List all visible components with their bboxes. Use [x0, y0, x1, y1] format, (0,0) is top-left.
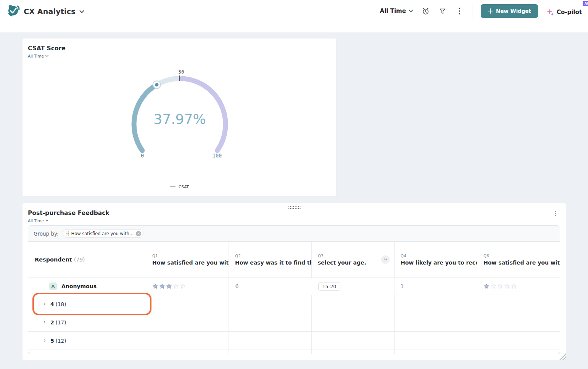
app-switcher-chevron-icon[interactable] [79, 10, 84, 13]
cell-q2-value: 6 [229, 278, 311, 295]
age-range-chip: 15-20 [318, 282, 340, 291]
group-by-chip-label: How satisfied are you with… [71, 231, 134, 236]
star-icon [511, 283, 517, 289]
star-icon [497, 283, 503, 289]
group-by-bar: Group by: How satisfied are you with… ✕ [28, 226, 560, 242]
star-icon [490, 283, 496, 289]
cell-q3-value: 15-20 [312, 278, 395, 295]
star-icon [483, 283, 490, 289]
cell-q4-value: 1 [395, 278, 477, 295]
expand-chevron-icon[interactable]: › [43, 319, 46, 325]
column-menu-button[interactable] [381, 255, 390, 264]
column-header-q6[interactable]: Q6. How satisfied are you with the… [477, 242, 560, 278]
feedback-table-panel: Group by: How satisfied are you with… ✕ … [28, 225, 560, 354]
star-icon [152, 283, 158, 289]
respondent-name: Anonymous [61, 283, 97, 289]
new-widget-button[interactable]: New Widget [481, 4, 538, 18]
avatar: A [49, 282, 57, 290]
cell-q6-rating [477, 278, 560, 295]
table-header-row: Respondent (79) Q1. How satisfied are yo… [28, 242, 560, 278]
star-icon [180, 283, 186, 289]
csat-gauge-chart: 50 37.97% 0 100 [86, 65, 273, 162]
csat-score-widget: CSAT Score All Time 50 37.97% 0 100 CSAT [22, 38, 337, 197]
star-icon [173, 283, 179, 289]
star-icon [166, 283, 172, 289]
star-rating [483, 283, 517, 289]
brand[interactable]: CX Analytics [6, 4, 84, 19]
global-time-filter[interactable]: All Time [380, 8, 413, 14]
app-logo-icon [6, 4, 20, 19]
feedback-widget-time-filter[interactable]: All Time [28, 218, 48, 223]
legend-label: CSAT [179, 184, 189, 189]
feedback-widget-title: Post-purchase Feedback [28, 210, 110, 217]
csat-widget-title: CSAT Score [28, 45, 66, 52]
respondent-count: (79) [74, 257, 85, 263]
toolbar-divider [472, 4, 472, 18]
column-header-q4[interactable]: Q4. How likely are you to recomm… [394, 242, 477, 278]
gauge-threshold-label: 50 [178, 69, 184, 75]
csat-widget-time-filter[interactable]: All Time [28, 54, 48, 58]
gauge-value-label: 37.97% [153, 111, 206, 127]
widget-drag-handle[interactable] [288, 206, 301, 209]
gauge-legend[interactable]: CSAT [23, 184, 336, 189]
table-row-partial [28, 350, 560, 354]
drag-dots-icon [66, 231, 69, 236]
feedback-time-label: All Time [28, 218, 44, 223]
column-header-q1[interactable]: Q1. How satisfied are you with the… [146, 242, 229, 278]
gauge-min-label: 0 [141, 152, 144, 159]
csat-time-label: All Time [28, 54, 44, 58]
column-header-q3[interactable]: Q3. select your age. [311, 242, 394, 278]
star-icon [159, 283, 165, 289]
group-by-label: Group by: [34, 231, 59, 237]
scrolled-widget-edge [0, 22, 588, 32]
table-row-anonymous[interactable]: A Anonymous 6 15-20 [28, 278, 560, 295]
widget-resize-handle[interactable] [559, 353, 566, 360]
top-navigation-bar: CX Analytics All Time [0, 0, 588, 22]
plus-icon [488, 8, 493, 14]
group-by-chip[interactable]: How satisfied are you with… ✕ [63, 229, 144, 238]
table-row-group-5[interactable]: › 5(12) [28, 332, 560, 350]
global-time-filter-label: All Time [380, 8, 406, 14]
respondent-column-header[interactable]: Respondent (79) [28, 242, 146, 278]
cell-q1-rating [146, 278, 229, 295]
table-row-group-2[interactable]: › 2(17) [28, 313, 560, 332]
alarm-icon[interactable] [422, 7, 430, 15]
app-title: CX Analytics [24, 7, 76, 16]
star-rating [152, 283, 186, 289]
sparkle-icon [546, 8, 554, 16]
new-widget-label: New Widget [496, 8, 531, 14]
expand-chevron-icon[interactable]: › [43, 301, 46, 307]
ai-badge: AI [583, 1, 588, 6]
feedback-table: Respondent (79) Q1. How satisfied are yo… [28, 242, 560, 354]
copilot-label: Co-pilot [557, 9, 582, 16]
gauge-max-label: 100 [213, 152, 222, 159]
more-options-icon[interactable] [455, 7, 464, 15]
legend-dash-icon [170, 186, 176, 187]
table-row-group-4[interactable]: › 4(18) [28, 295, 560, 313]
chip-close-icon[interactable]: ✕ [136, 231, 141, 236]
respondent-label: Respondent [35, 257, 72, 263]
chevron-down-icon [409, 10, 413, 13]
widget-more-options-icon[interactable] [552, 210, 558, 217]
chevron-down-icon [45, 55, 48, 57]
copilot-button[interactable]: Co-pilot AI [546, 6, 582, 16]
filter-icon[interactable] [438, 7, 447, 15]
chevron-down-icon [384, 258, 387, 261]
star-icon [504, 283, 510, 289]
expand-chevron-icon[interactable]: › [43, 338, 46, 343]
column-header-q2[interactable]: Q2. How easy was it to find the pr… [229, 242, 311, 278]
post-purchase-feedback-widget: Post-purchase Feedback All Time Group by… [22, 203, 566, 360]
chevron-down-icon [45, 220, 48, 222]
